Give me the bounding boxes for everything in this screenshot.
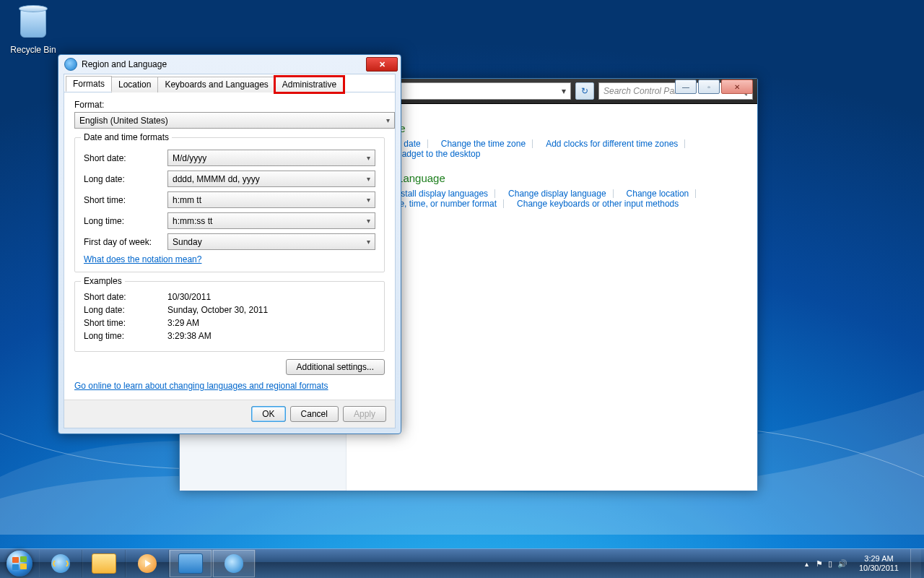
tray-date: 10/30/2011 <box>859 564 899 573</box>
flag-icon[interactable]: ⚑ <box>816 559 823 569</box>
globe-clock-icon <box>225 554 243 573</box>
search-placeholder: Search Control Panel <box>603 86 686 96</box>
tab-keyboards-languages[interactable]: Keyboards and Languages <box>157 77 275 92</box>
taskbar-control-panel[interactable] <box>169 550 212 577</box>
ex-long-time-value: 3:29:38 AM <box>167 331 212 341</box>
recycle-bin[interactable]: Recycle Bin <box>6 4 61 55</box>
ex-long-date-label: Long date: <box>84 305 167 315</box>
svg-rect-1 <box>20 556 27 562</box>
cancel-button[interactable]: Cancel <box>290 406 339 422</box>
chevron-down-icon: ▾ <box>562 86 566 96</box>
group-title: Date and time formats <box>81 132 172 142</box>
content-pane: and Time e time and date Change the time… <box>346 105 757 491</box>
long-time-label: Long time: <box>84 216 167 226</box>
windows-orb-icon <box>6 551 32 577</box>
recycle-bin-label: Recycle Bin <box>6 45 61 55</box>
short-time-select[interactable]: h:mm tt <box>167 191 375 208</box>
wmp-icon <box>138 554 157 573</box>
date-time-formats-group: Date and time formats Short date:M/d/yyy… <box>74 137 385 272</box>
control-panel-icon <box>178 553 203 574</box>
online-help-link[interactable]: Go online to learn about changing langua… <box>74 381 328 391</box>
taskbar-ie[interactable] <box>39 550 82 577</box>
dialog-titlebar[interactable]: Region and Language ✕ <box>58 55 401 74</box>
first-day-select[interactable]: Sunday <box>167 233 375 250</box>
taskbar: ▴ ⚑ ▯ 🔊 3:29 AM 10/30/2011 <box>0 548 924 578</box>
network-icon[interactable]: ▯ <box>828 559 832 569</box>
tab-strip: Formats Location Keyboards and Languages… <box>64 74 395 92</box>
tray-clock[interactable]: 3:29 AM 10/30/2011 <box>855 554 903 573</box>
dialog-title: Region and Language <box>82 59 167 69</box>
section-region-language: on and Language <box>361 172 743 184</box>
link-change-location[interactable]: Change location <box>627 189 699 199</box>
link-add-clocks[interactable]: Add clocks for different time zones <box>546 139 688 149</box>
ok-button[interactable]: OK <box>251 406 285 422</box>
minimize-button[interactable]: — <box>675 79 697 94</box>
volume-icon[interactable]: 🔊 <box>837 559 847 569</box>
format-label: Format: <box>74 100 385 110</box>
globe-icon <box>64 58 77 71</box>
ie-icon <box>51 554 70 573</box>
ex-short-time-label: Short time: <box>84 318 167 328</box>
svg-rect-3 <box>20 564 27 569</box>
tray-time: 3:29 AM <box>859 554 899 564</box>
start-button[interactable] <box>0 549 39 578</box>
folder-icon <box>92 553 116 574</box>
short-time-label: Short time: <box>84 195 167 205</box>
examples-group: Examples Short date:10/30/2011 Long date… <box>74 281 385 352</box>
link-change-time-zone[interactable]: Change the time zone <box>441 139 536 149</box>
maximize-button[interactable]: ▫ <box>698 79 720 94</box>
dialog-close-button[interactable]: ✕ <box>366 57 398 72</box>
svg-rect-2 <box>12 564 19 570</box>
link-change-keyboards[interactable]: Change keyboards or other input methods <box>517 199 689 209</box>
tray-expand-icon[interactable]: ▴ <box>805 560 808 568</box>
apply-button[interactable]: Apply <box>343 406 386 422</box>
ex-long-date-value: Sunday, October 30, 2011 <box>167 305 268 315</box>
short-date-label: Short date: <box>84 153 167 163</box>
ex-short-date-value: 10/30/2011 <box>167 292 211 302</box>
section-date-time: and Time <box>361 122 743 134</box>
additional-settings-button[interactable]: Additional settings... <box>286 359 385 375</box>
first-day-label: First day of week: <box>84 237 167 247</box>
tab-location[interactable]: Location <box>111 77 158 92</box>
ex-short-time-value: 3:29 AM <box>167 318 199 328</box>
format-combo[interactable]: English (United States) <box>74 112 395 129</box>
taskbar-explorer[interactable] <box>82 550 126 577</box>
refresh-button[interactable]: ↻ <box>575 82 594 100</box>
svg-rect-0 <box>12 557 19 563</box>
long-date-label: Long date: <box>84 174 167 184</box>
taskbar-media-player[interactable] <box>126 550 169 577</box>
long-time-select[interactable]: h:mm:ss tt <box>167 212 375 229</box>
recycle-bin-icon <box>16 9 51 43</box>
tab-administrative[interactable]: Administrative <box>275 77 344 92</box>
link-change-display-lang[interactable]: Change display language <box>508 189 616 199</box>
show-desktop-button[interactable] <box>910 549 921 578</box>
taskbar-region-language[interactable] <box>212 550 256 577</box>
region-language-dialog: Region and Language ✕ Formats Location K… <box>58 54 401 434</box>
short-date-select[interactable]: M/d/yyyy <box>167 150 375 166</box>
tab-formats[interactable]: Formats <box>66 76 112 92</box>
ex-long-time-label: Long time: <box>84 331 167 341</box>
examples-title: Examples <box>81 276 125 286</box>
long-date-select[interactable]: dddd, MMMM dd, yyyy <box>167 171 375 187</box>
notation-link[interactable]: What does the notation mean? <box>84 254 201 264</box>
ex-short-date-label: Short date: <box>84 292 167 302</box>
close-button[interactable]: ✕ <box>721 79 753 94</box>
